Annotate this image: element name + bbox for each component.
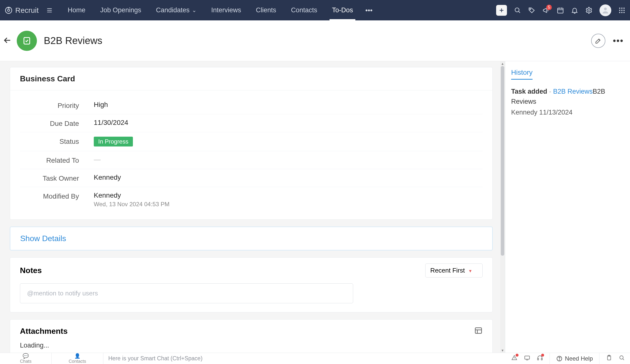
scrollbar[interactable]: ▴ ▾ <box>500 61 505 353</box>
business-card-heading: Business Card <box>10 67 492 90</box>
nav-interviews-label: Interviews <box>211 6 241 14</box>
headset-icon[interactable] <box>537 355 543 363</box>
gear-icon[interactable] <box>585 7 592 14</box>
nav-todos-label: To-Dos <box>332 6 353 14</box>
history-dash: - <box>549 88 553 95</box>
value-task-owner[interactable]: Kennedy <box>94 174 482 182</box>
nav-job-openings-label: Job Openings <box>100 6 141 14</box>
attachments-loading: Loading... <box>10 339 492 353</box>
nav-job-openings[interactable]: Job Openings <box>93 0 149 20</box>
hamburger-icon[interactable] <box>46 7 53 14</box>
svg-point-0 <box>6 7 12 13</box>
value-status[interactable]: In Progress <box>94 137 482 147</box>
person-icon: 👤 <box>74 353 80 359</box>
bottom-chats-tab[interactable]: 💬 Chats <box>0 353 52 364</box>
svg-point-14 <box>588 9 590 11</box>
clipboard-icon[interactable] <box>606 355 612 363</box>
price-tag-icon[interactable] <box>528 7 536 14</box>
nav-overflow-icon[interactable]: ••• <box>360 6 377 14</box>
notes-sort-select[interactable]: Recent First ▾ <box>425 263 482 277</box>
value-modified-by[interactable]: Kennedy Wed, 13 Nov 2024 04:53 PM <box>94 191 482 208</box>
field-modified-by: Modified By Kennedy Wed, 13 Nov 2024 04:… <box>20 187 482 212</box>
svg-point-1 <box>8 9 10 11</box>
modified-by-time: Wed, 13 Nov 2024 04:53 PM <box>94 201 482 208</box>
status-badge: In Progress <box>94 137 133 147</box>
svg-point-21 <box>623 9 624 11</box>
svg-point-24 <box>623 12 624 13</box>
bottom-chats-label: Chats <box>20 359 32 364</box>
megaphone-icon[interactable]: 5 <box>542 7 550 14</box>
nav-candidates[interactable]: Candidates ⌄ <box>149 0 204 20</box>
back-arrow-icon[interactable] <box>2 35 12 46</box>
nav-contacts-label: Contacts <box>291 6 317 14</box>
need-help-label: Need Help <box>565 355 593 362</box>
history-user: Kennedy <box>511 109 538 116</box>
field-task-owner: Task Owner Kennedy <box>20 169 482 187</box>
nav-home-label: Home <box>68 6 86 14</box>
notifications-badge: 5 <box>546 5 552 10</box>
nav-contacts[interactable]: Contacts <box>284 0 324 20</box>
notes-input[interactable] <box>20 283 353 303</box>
history-action: Task added <box>511 88 547 95</box>
nav-interviews[interactable]: Interviews <box>204 0 248 20</box>
value-due-date[interactable]: 11/30/2024 <box>94 119 482 127</box>
monitor-icon[interactable] <box>524 355 530 363</box>
nav-clients[interactable]: Clients <box>248 0 284 20</box>
recruit-logo-icon <box>4 6 13 14</box>
attachments-grid-icon[interactable] <box>474 326 482 336</box>
field-priority: Priority High <box>20 96 482 114</box>
nav-todos[interactable]: To-Dos <box>324 0 360 20</box>
svg-point-20 <box>622 9 622 11</box>
bell-icon[interactable] <box>571 7 578 14</box>
notes-sort-label: Recent First <box>430 267 465 274</box>
bottom-contacts-label: Contacts <box>69 359 86 364</box>
notes-panel: Notes Recent First ▾ <box>10 257 493 312</box>
svg-point-18 <box>623 7 624 8</box>
history-tab[interactable]: History <box>511 69 532 80</box>
bottom-right: Need Help <box>511 353 630 364</box>
apps-grid-icon[interactable] <box>618 7 626 14</box>
svg-point-39 <box>620 356 623 359</box>
add-button[interactable] <box>496 5 507 16</box>
value-priority[interactable]: High <box>94 101 482 109</box>
label-task-owner: Task Owner <box>20 174 94 182</box>
svg-line-40 <box>623 359 624 360</box>
need-help-button[interactable]: Need Help <box>556 355 593 362</box>
chevron-down-icon: ⌄ <box>192 7 196 13</box>
scroll-up-icon[interactable]: ▴ <box>500 61 505 66</box>
calendar-icon[interactable] <box>557 7 564 14</box>
bottom-search-icon[interactable] <box>619 355 625 363</box>
label-related-to: Related To <box>20 156 94 165</box>
brand[interactable]: Recruit <box>4 6 39 14</box>
scroll-down-icon[interactable]: ▾ <box>500 348 505 353</box>
nav-home[interactable]: Home <box>60 0 93 20</box>
svg-point-16 <box>619 7 620 8</box>
nav-items: Home Job Openings Candidates ⌄ Interview… <box>60 0 378 20</box>
svg-point-23 <box>622 12 622 13</box>
svg-point-36 <box>559 360 560 360</box>
nav-candidates-label: Candidates <box>156 6 190 14</box>
search-icon[interactable] <box>514 7 521 14</box>
avatar[interactable] <box>600 4 611 16</box>
warning-icon[interactable] <box>511 355 518 363</box>
history-link[interactable]: B2B Reviews <box>553 88 593 95</box>
content-scroll[interactable]: Business Card Priority High Due Date 11/… <box>0 61 500 353</box>
show-details-link[interactable]: Show Details <box>20 234 66 243</box>
more-actions-icon[interactable]: ••• <box>613 36 624 46</box>
scroll-thumb[interactable] <box>501 66 504 256</box>
bottom-contacts-tab[interactable]: 👤 Contacts <box>52 353 103 364</box>
history-entry: Task added - B2B ReviewsB2B Reviews Kenn… <box>511 87 624 118</box>
nav-right: 5 <box>496 4 626 16</box>
history-sidebar: History Task added - B2B ReviewsB2B Revi… <box>505 61 630 353</box>
history-date: 11/13/2024 <box>539 109 572 116</box>
svg-point-19 <box>619 9 620 11</box>
caret-down-icon: ▾ <box>469 268 472 274</box>
edit-button[interactable] <box>591 34 606 48</box>
show-details-card[interactable]: Show Details <box>10 227 493 250</box>
value-related-to[interactable]: — <box>94 156 482 164</box>
attachments-heading: Attachments <box>20 327 68 336</box>
smart-chat-input[interactable]: Here is your Smart Chat (Ctrl+Space) <box>103 355 511 362</box>
svg-point-22 <box>619 12 620 13</box>
svg-point-7 <box>515 8 519 12</box>
page-title: B2B Reviews <box>44 35 102 46</box>
